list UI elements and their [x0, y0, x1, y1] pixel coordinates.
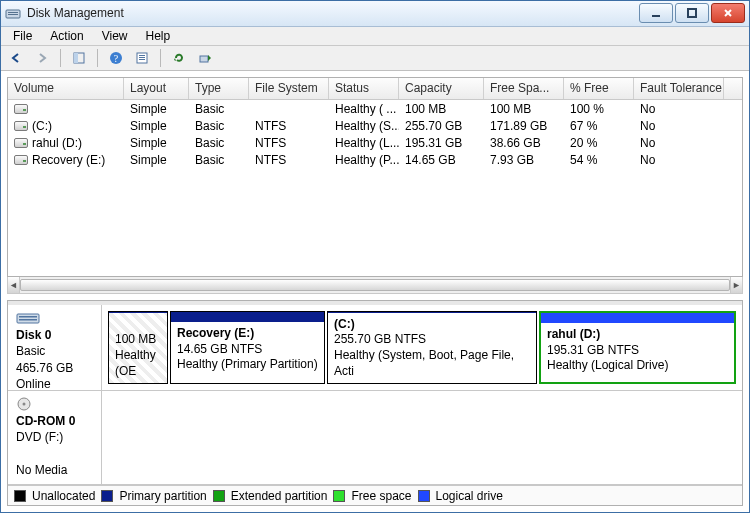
- volume-row[interactable]: (C:)SimpleBasicNTFSHealthy (S...255.70 G…: [8, 117, 742, 134]
- disk0-row: Disk 0 Basic 465.76 GB Online 100 MB Hea…: [8, 305, 742, 391]
- svg-rect-14: [139, 59, 145, 60]
- legend-swatch-unallocated: [14, 490, 26, 502]
- volume-status: Healthy (S...: [329, 119, 399, 133]
- volume-layout: Simple: [124, 119, 189, 133]
- scroll-right-icon[interactable]: ►: [730, 277, 742, 293]
- column-percent-free[interactable]: % Free: [564, 78, 634, 99]
- svg-rect-13: [139, 57, 145, 58]
- legend-label-logical: Logical drive: [436, 489, 503, 503]
- scroll-thumb[interactable]: [20, 279, 730, 291]
- volume-fault-tolerance: No: [634, 153, 724, 167]
- volume-type: Basic: [189, 136, 249, 150]
- volume-fault-tolerance: No: [634, 102, 724, 116]
- legend-swatch-logical: [418, 490, 430, 502]
- volume-free-space: 171.89 GB: [484, 119, 564, 133]
- svg-rect-3: [652, 15, 660, 17]
- rescan-button[interactable]: [194, 47, 216, 69]
- disk0-state: Online: [16, 376, 95, 392]
- toolbar-separator: [97, 49, 98, 67]
- partition-status: Healthy (Primary Partition): [177, 357, 318, 373]
- volume-capacity: 195.31 GB: [399, 136, 484, 150]
- maximize-button[interactable]: [675, 3, 709, 23]
- cdrom0-info[interactable]: CD-ROM 0 DVD (F:) No Media: [8, 391, 102, 484]
- app-icon: [5, 5, 21, 21]
- titlebar: Disk Management: [1, 1, 749, 27]
- partition-oem-reserved[interactable]: 100 MB Healthy (OE: [108, 311, 168, 384]
- partition-name: (C:): [334, 317, 530, 333]
- partition-color-band: [171, 312, 324, 322]
- toolbar: ?: [1, 46, 749, 72]
- column-layout[interactable]: Layout: [124, 78, 189, 99]
- partition-size: 255.70 GB NTFS: [334, 332, 530, 348]
- disk0-size: 465.76 GB: [16, 360, 95, 376]
- window-control-buttons: [637, 3, 745, 23]
- partition-c[interactable]: (C:) 255.70 GB NTFS Healthy (System, Boo…: [327, 311, 537, 384]
- menu-file[interactable]: File: [5, 27, 40, 45]
- forward-button[interactable]: [31, 47, 53, 69]
- svg-point-20: [23, 403, 26, 406]
- disk0-info[interactable]: Disk 0 Basic 465.76 GB Online: [8, 305, 102, 390]
- volume-free-space: 38.66 GB: [484, 136, 564, 150]
- column-status[interactable]: Status: [329, 78, 399, 99]
- horizontal-scrollbar[interactable]: ◄ ►: [7, 277, 743, 294]
- volume-free-space: 7.93 GB: [484, 153, 564, 167]
- volume-layout: Simple: [124, 136, 189, 150]
- help-button[interactable]: ?: [105, 47, 127, 69]
- column-free-space[interactable]: Free Spa...: [484, 78, 564, 99]
- partition-status: Healthy (System, Boot, Page File, Acti: [334, 348, 530, 379]
- partition-rahul-d[interactable]: rahul (D:) 195.31 GB NTFS Healthy (Logic…: [539, 311, 736, 384]
- drive-icon: [14, 121, 28, 131]
- back-button[interactable]: [5, 47, 27, 69]
- volume-list[interactable]: SimpleBasicHealthy ( ...100 MB100 MB100 …: [8, 100, 742, 276]
- volume-type: Basic: [189, 102, 249, 116]
- column-fault-tolerance[interactable]: Fault Tolerance: [634, 78, 724, 99]
- volume-filesystem: NTFS: [249, 119, 329, 133]
- volume-status: Healthy (P...: [329, 153, 399, 167]
- svg-rect-12: [139, 55, 145, 56]
- refresh-button[interactable]: [168, 47, 190, 69]
- volume-row[interactable]: SimpleBasicHealthy ( ...100 MB100 MB100 …: [8, 100, 742, 117]
- column-type[interactable]: Type: [189, 78, 249, 99]
- volume-capacity: 14.65 GB: [399, 153, 484, 167]
- volume-layout: Simple: [124, 153, 189, 167]
- disk-icon: [16, 311, 40, 325]
- scroll-left-icon[interactable]: ◄: [8, 277, 20, 293]
- menu-action[interactable]: Action: [42, 27, 91, 45]
- toolbar-separator: [60, 49, 61, 67]
- cdrom-icon: [16, 397, 40, 411]
- show-hide-tree-button[interactable]: [68, 47, 90, 69]
- partition-recovery-e[interactable]: Recovery (E:) 14.65 GB NTFS Healthy (Pri…: [170, 311, 325, 384]
- volume-layout: Simple: [124, 102, 189, 116]
- minimize-button[interactable]: [639, 3, 673, 23]
- menu-help[interactable]: Help: [138, 27, 179, 45]
- content-area: Volume Layout Type File System Status Ca…: [1, 71, 749, 512]
- disk0-partitions: 100 MB Healthy (OE Recovery (E:) 14.65 G…: [102, 305, 742, 390]
- volume-filesystem: NTFS: [249, 153, 329, 167]
- svg-rect-8: [74, 53, 78, 63]
- menu-view[interactable]: View: [94, 27, 136, 45]
- cdrom0-state: No Media: [16, 462, 95, 478]
- partition-size: 100 MB: [115, 332, 161, 348]
- drive-icon: [14, 155, 28, 165]
- partition-name: rahul (D:): [547, 327, 728, 343]
- cdrom0-type: DVD (F:): [16, 429, 95, 445]
- volume-row[interactable]: Recovery (E:)SimpleBasicNTFSHealthy (P..…: [8, 151, 742, 168]
- svg-rect-4: [688, 9, 696, 17]
- drive-icon: [14, 104, 28, 114]
- column-capacity[interactable]: Capacity: [399, 78, 484, 99]
- properties-button[interactable]: [131, 47, 153, 69]
- column-filesystem[interactable]: File System: [249, 78, 329, 99]
- volume-capacity: 100 MB: [399, 102, 484, 116]
- volume-name: (C:): [32, 119, 52, 133]
- legend: Unallocated Primary partition Extended p…: [8, 485, 742, 505]
- svg-rect-17: [19, 316, 37, 318]
- column-volume[interactable]: Volume: [8, 78, 124, 99]
- svg-text:?: ?: [114, 53, 119, 64]
- volume-status: Healthy (L...: [329, 136, 399, 150]
- volume-capacity: 255.70 GB: [399, 119, 484, 133]
- volume-type: Basic: [189, 119, 249, 133]
- volume-percent-free: 67 %: [564, 119, 634, 133]
- close-button[interactable]: [711, 3, 745, 23]
- volume-row[interactable]: rahul (D:)SimpleBasicNTFSHealthy (L...19…: [8, 134, 742, 151]
- partition-color-band: [541, 313, 734, 323]
